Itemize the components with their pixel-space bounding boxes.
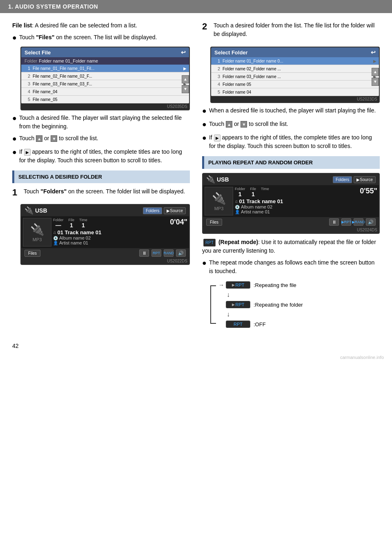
usb-tab-folders-2[interactable]: Folders	[333, 176, 352, 183]
sf-back-icon[interactable]: ↩	[181, 49, 186, 56]
sf-header: Select File ↩	[21, 47, 189, 57]
usb-top-bar-2: 🔌 USB Folders ▶Source	[203, 174, 379, 185]
step-2-block: 2 Touch a desired folder from the list. …	[202, 21, 380, 42]
bullet-text-2: Touch a desired file. The player will st…	[19, 114, 190, 131]
usb-files-button-2[interactable]: Files	[206, 219, 222, 226]
sf-folder-row: Folder Folder name 01_Folder name	[21, 57, 189, 65]
usb-track-row-2: ♫ 01 Track name 01	[235, 198, 377, 204]
rpt-file-icon: ▶	[232, 283, 235, 287]
usb-vol-button-2[interactable]: 🔊	[366, 218, 376, 226]
right-bullet-3: ● If ▶ appears to the right of titles, t…	[202, 133, 380, 150]
usb-time-val: 1	[82, 222, 85, 229]
usb-album-row-1: 💿 Album name 02	[53, 235, 187, 240]
usb-rand-button-1[interactable]: RAND	[164, 249, 174, 257]
usb-logo-text-2: USB	[217, 176, 229, 183]
usb-pause-button-2[interactable]: ⏸	[329, 218, 339, 226]
file-list-desc: : A desired file can be selected from a …	[32, 22, 137, 29]
sf2-title: Select Folder	[214, 49, 248, 56]
sf2-file-row[interactable]: 5 Folder name 04	[211, 88, 379, 96]
usb-rpt-button-2[interactable]: ▶RPT	[341, 218, 351, 226]
usb-files-button-1[interactable]: Files	[24, 250, 40, 257]
usb-track-name-2: 01 Track name 01	[239, 198, 283, 204]
sf-title: Select File	[24, 49, 51, 56]
sf2-file-num: 3	[214, 74, 220, 79]
usb-track-info-2: ♫ 01 Track name 01 💿 Album name 02 👤 Art…	[235, 198, 377, 214]
sf2-back-icon[interactable]: ↩	[371, 49, 376, 56]
repeat-diagram-inner: → ▶RPT :Repeating the file ↓ → ▶RPT :Rep…	[210, 281, 380, 328]
usb-tab-source-1[interactable]: ▶Source	[164, 207, 186, 214]
usb-artist-icon-2: 👤	[235, 210, 240, 214]
bullet-text-1: Touch "Files" on the screen. The list wi…	[19, 33, 190, 42]
usb-screen-inner-2: 🔌 USB Folders ▶Source 🔌 MP3	[203, 174, 379, 227]
step-1-content: Touch "Folders" on the screen. The folde…	[24, 187, 190, 196]
sf2-file-row[interactable]: 2 Folder name 02_Folder name ... ▶	[211, 65, 379, 73]
sf-file-num: 1	[24, 66, 30, 71]
sf-file-row[interactable]: 2 File name_02_File name_02_F... ▶	[21, 72, 189, 80]
sf2-file-num: 1	[214, 58, 220, 63]
bullet-item-3: ● Touch ▲ or ▼ to scroll the list.	[12, 134, 190, 144]
sf2-file-num: 5	[214, 90, 220, 94]
usb-folder-label: Folder	[53, 218, 64, 222]
right-bullet-dot-1: ●	[202, 105, 207, 117]
sf-file-name: File name_05	[33, 97, 187, 102]
usb-artist-name-1: Artist name 01	[59, 240, 88, 245]
sf-file-row[interactable]: 5 File name_05	[21, 96, 189, 103]
usb-rpt-button-1[interactable]: RPT	[151, 249, 161, 257]
sf-file-row[interactable]: 3 File name_03_File name_03_F... ▶	[21, 80, 189, 88]
usb-main-2: 🔌 MP3 Folder 1 File	[203, 185, 379, 217]
scroll-down-button-2[interactable]: ▼	[372, 78, 379, 86]
sf2-file-row[interactable]: 3 Folder name 03_Folder name ... ▶	[211, 73, 379, 81]
repeat-spacer-3: →	[218, 321, 224, 327]
usb-tab-folders-1[interactable]: Folders	[143, 207, 162, 214]
usb-time-counter: Time 1	[79, 218, 87, 229]
sf2-file-num: 4	[214, 82, 220, 87]
scroll-up-button[interactable]: ▲	[182, 75, 189, 83]
sf2-file-name: Folder name 01_Folder name 0...	[223, 59, 373, 63]
sf-file-list: 1 File name_01_File name_01_Fil... ▶ 2 F…	[21, 65, 189, 103]
right-bullet-text-1: When a desired file is touched, the play…	[209, 106, 380, 115]
usb-pause-button-1[interactable]: ⏸	[139, 249, 149, 257]
usb-logo-text-1: USB	[35, 207, 47, 214]
usb-rand-button-2[interactable]: ▶RAND	[354, 218, 363, 226]
repeat-badge-folder: ▶RPT	[226, 301, 250, 308]
usb-counters-1: Folder — File 1 Time 1	[53, 218, 87, 229]
repeat-badge-off: RPT	[226, 321, 250, 328]
usb-mp3-label-2: MP3	[214, 206, 224, 211]
scroll-down-button[interactable]: ▼	[182, 85, 189, 93]
usb-album-row-2: 💿 Album name 02	[235, 204, 377, 209]
repeat-row-2: → ▶RPT :Repeating the folder	[218, 301, 380, 308]
right-bullet-text-3: If ▶ appears to the right of titles, the…	[209, 133, 380, 150]
sf2-file-row[interactable]: 1 Folder name 01_Folder name 0... ▶	[211, 57, 379, 65]
sf-file-name: File name_02_File name_02_F...	[33, 74, 183, 78]
sf2-file-row[interactable]: 4 Folder name 05	[211, 81, 379, 88]
usb-artist-icon-1: 👤	[53, 241, 58, 245]
sf-file-row[interactable]: 1 File name_01_File name_01_Fil... ▶	[21, 65, 189, 72]
usb-elapsed-time-2: 0'55"	[360, 187, 377, 195]
scroll-up-button-2[interactable]: ▲	[372, 68, 379, 76]
repeat-desc-file: :Repeating the file	[254, 282, 296, 288]
usb-album-icon-1: 💿	[53, 236, 58, 240]
usb-logo-2: 🔌 USB	[206, 175, 229, 184]
usb-art-2: 🔌 MP3	[205, 187, 233, 215]
bullet-dot-4: ●	[12, 147, 17, 158]
sf-file-num: 2	[24, 74, 30, 78]
repeat-mode-bullet: ● The repeat mode changes as follows eac…	[202, 258, 380, 276]
sf-file-row[interactable]: 4 File name_04	[21, 88, 189, 96]
sf-folder-name: Folder name 01_Folder name	[39, 58, 98, 63]
scroll-buttons: ▲ ▼	[182, 65, 189, 103]
select-file-inner: Select File ↩ Folder Folder name 01_Fold…	[21, 47, 189, 103]
right-bullet-2: ● Touch ▲ or ▼ to scroll the list.	[202, 120, 380, 130]
sf-file-num: 5	[24, 97, 30, 102]
sf2-file-list: 1 Folder name 01_Folder name 0... ▶ 2 Fo…	[211, 57, 379, 96]
usb-tab-source-2[interactable]: ▶Source	[354, 176, 376, 183]
scroll-buttons-2: ▲ ▼	[372, 57, 379, 96]
repeat-down-arrow-1: ↓	[227, 291, 380, 298]
usb-file-counter: File 1	[69, 218, 75, 229]
repeat-mode-diagram: → ▶RPT :Repeating the file ↓ → ▶RPT :Rep…	[210, 281, 380, 328]
bullet-item-2: ● Touch a desired file. The player will …	[12, 114, 190, 131]
usb-vol-button-1[interactable]: 🔊	[176, 249, 186, 257]
usb-file-counter-2: File 1	[250, 187, 256, 197]
usb-icon-2: 🔌	[206, 175, 215, 184]
usb-mp3-label-1: MP3	[33, 237, 42, 242]
down-arrow-icon-r: ▼	[241, 121, 247, 128]
